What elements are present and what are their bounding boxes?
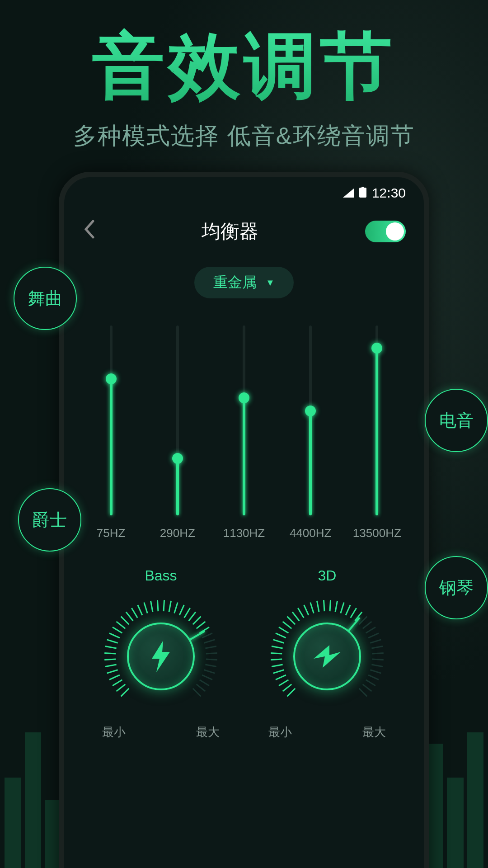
eq-track[interactable] xyxy=(375,326,378,515)
svg-line-39 xyxy=(200,680,209,686)
3d-label: 3D xyxy=(318,567,337,584)
svg-line-75 xyxy=(372,659,384,660)
eq-fill xyxy=(110,379,113,515)
status-time: 12:30 xyxy=(372,185,406,201)
eq-thumb[interactable] xyxy=(172,453,183,464)
svg-line-50 xyxy=(272,646,283,648)
eq-thumb[interactable] xyxy=(305,406,316,416)
eq-track[interactable] xyxy=(243,326,245,515)
3d-knob-center[interactable] xyxy=(293,623,361,690)
svg-line-52 xyxy=(276,633,286,638)
eq-fill xyxy=(309,411,312,515)
hero-title: 音效调节 xyxy=(0,18,488,116)
svg-line-3 xyxy=(117,684,126,691)
phone-frame: 12:30 均衡器 重金属 ▼ 75HZ290HZ1130HZ4400HZ135… xyxy=(59,172,429,868)
eq-slider-290HZ[interactable]: 290HZ xyxy=(150,326,205,540)
3d-max-label: 最大 xyxy=(362,724,386,740)
svg-line-13 xyxy=(113,627,122,633)
svg-line-47 xyxy=(272,665,283,667)
eq-thumb[interactable] xyxy=(371,343,382,354)
svg-line-57 xyxy=(298,608,304,618)
3d-min-label: 最小 xyxy=(268,724,292,740)
eq-fill xyxy=(375,348,378,515)
eq-track[interactable] xyxy=(110,326,113,515)
svg-line-33 xyxy=(205,646,216,648)
svg-line-71 xyxy=(368,633,379,638)
svg-line-17 xyxy=(131,608,137,618)
svg-line-64 xyxy=(341,603,344,613)
equalizer-toggle[interactable] xyxy=(365,221,406,242)
bass-max-label: 最大 xyxy=(196,724,220,740)
svg-line-16 xyxy=(126,612,133,621)
svg-line-74 xyxy=(372,653,384,654)
preset-badge-jazz[interactable]: 爵士 xyxy=(18,488,81,552)
battery-icon xyxy=(359,185,366,201)
svg-line-19 xyxy=(144,603,147,613)
page-title: 均衡器 xyxy=(202,219,258,244)
eq-slider-1130HZ[interactable]: 1130HZ xyxy=(217,326,271,540)
3d-knob-labels: 最小 最大 xyxy=(268,724,386,740)
preset-badge-dance[interactable]: 舞曲 xyxy=(14,267,77,330)
bass-knob-center[interactable] xyxy=(127,623,195,690)
3d-knob[interactable] xyxy=(268,598,386,715)
svg-line-44 xyxy=(279,680,288,686)
svg-line-8 xyxy=(104,659,116,660)
preset-label: 重金属 xyxy=(213,273,257,292)
svg-line-81 xyxy=(359,689,367,697)
bass-min-label: 最小 xyxy=(102,724,126,740)
svg-line-9 xyxy=(104,653,116,654)
svg-line-78 xyxy=(368,675,379,679)
bass-knob-group: Bass 最小 最大 xyxy=(89,567,233,740)
svg-line-59 xyxy=(310,603,314,613)
svg-line-58 xyxy=(304,605,309,615)
svg-line-62 xyxy=(330,600,331,611)
svg-line-20 xyxy=(150,601,153,612)
svg-line-66 xyxy=(351,608,357,618)
eq-slider-75HZ[interactable]: 75HZ xyxy=(84,326,138,540)
svg-line-27 xyxy=(189,612,196,621)
bass-label: Bass xyxy=(145,567,177,584)
svg-line-61 xyxy=(324,600,324,611)
svg-line-6 xyxy=(107,670,118,673)
eq-thumb[interactable] xyxy=(239,392,249,403)
svg-rect-1 xyxy=(361,187,364,188)
svg-line-12 xyxy=(109,633,120,638)
svg-line-76 xyxy=(371,665,383,667)
bass-knob[interactable] xyxy=(102,598,220,715)
svg-line-31 xyxy=(202,633,212,638)
equalizer-sliders: 75HZ290HZ1130HZ4400HZ13500HZ xyxy=(64,298,424,549)
svg-line-60 xyxy=(317,601,319,612)
hero-subtitle: 多种模式选择 低音&环绕音调节 xyxy=(0,120,488,152)
eq-slider-4400HZ[interactable]: 4400HZ xyxy=(283,326,338,540)
svg-line-51 xyxy=(273,640,284,643)
preset-badge-electronic[interactable]: 电音 xyxy=(425,389,488,452)
svg-line-2 xyxy=(121,689,129,697)
back-button[interactable] xyxy=(82,219,95,244)
eq-track[interactable] xyxy=(309,326,312,515)
svg-line-49 xyxy=(271,653,282,654)
svg-line-41 xyxy=(193,689,201,697)
svg-line-10 xyxy=(105,646,117,648)
svg-line-77 xyxy=(370,670,381,673)
svg-line-29 xyxy=(197,622,206,628)
svg-line-37 xyxy=(204,670,215,673)
svg-line-56 xyxy=(292,612,299,621)
svg-line-63 xyxy=(335,601,338,612)
eq-thumb[interactable] xyxy=(106,373,117,384)
svg-line-65 xyxy=(346,605,350,615)
eq-freq-label: 4400HZ xyxy=(290,526,332,540)
preset-badge-piano[interactable]: 钢琴 xyxy=(425,556,488,619)
svg-line-70 xyxy=(366,627,375,633)
svg-line-34 xyxy=(206,653,217,654)
eq-slider-13500HZ[interactable]: 13500HZ xyxy=(350,326,404,540)
bass-knob-labels: 最小 最大 xyxy=(102,724,220,740)
eq-track[interactable] xyxy=(176,326,179,515)
svg-line-73 xyxy=(371,646,383,648)
preset-dropdown[interactable]: 重金属 ▼ xyxy=(194,267,294,298)
app-header: 均衡器 xyxy=(64,201,424,253)
svg-line-4 xyxy=(113,680,122,686)
svg-line-28 xyxy=(193,617,201,625)
svg-line-69 xyxy=(363,622,372,628)
svg-line-32 xyxy=(204,640,215,643)
svg-line-25 xyxy=(179,605,184,615)
